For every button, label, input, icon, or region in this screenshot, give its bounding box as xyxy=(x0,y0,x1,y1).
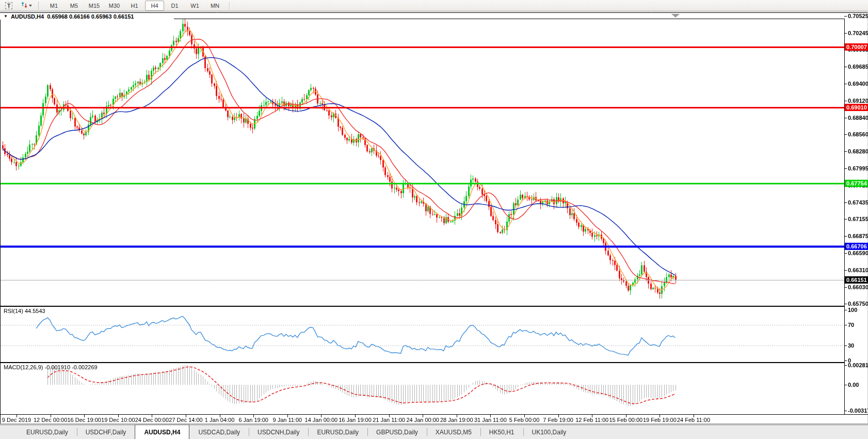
time-tick-label: 9 Jan 11:00 xyxy=(272,417,302,423)
time-tick-label: 1 Jan 04:00 xyxy=(205,417,235,423)
time-tick-label: 5 Feb 00:00 xyxy=(509,417,540,423)
terminal-window: T M1M5M15M30H1H4D1W1MN ▼ AUDUSD,H4 0.659… xyxy=(0,0,868,439)
current-price-label: 0.66151 xyxy=(845,276,868,284)
price-tick-label: 0.67435 xyxy=(848,199,868,206)
time-tick-label: 16 Jan 19:00 xyxy=(339,417,372,423)
time-tick-label: 27 Dec 14:00 xyxy=(169,417,202,423)
chart-tab-gbpusd-daily[interactable]: GBPUSD,Daily xyxy=(367,425,427,439)
price-tick-label: 0.67995 xyxy=(848,165,868,172)
time-tick-label: 24 Jan 00:00 xyxy=(406,417,439,423)
time-tick-label: 19 Dec 10:00 xyxy=(101,417,135,423)
price-tick-label: 0.66310 xyxy=(848,266,868,274)
chart-tab-xauusd-m5[interactable]: XAUUSD,M5 xyxy=(427,425,480,439)
rsi-tick-label: 100 xyxy=(848,307,857,313)
macd-tick-label: 0.002817 xyxy=(848,362,868,368)
chart-title: AUDUSD,H4 0.65968 0.66166 0.65963 0.6615… xyxy=(11,13,134,20)
time-tick-label: 14 Jan 00:00 xyxy=(305,417,338,423)
price-tick-label: 0.68840 xyxy=(848,114,868,121)
time-tick-label: 24 Dec 00:00 xyxy=(135,417,169,423)
chart-tab-audusd-h4[interactable]: AUDUSD,H4 xyxy=(135,425,189,439)
time-tick-label: 15 Feb 00:00 xyxy=(609,417,642,423)
time-tick-label: 21 Jan 11:00 xyxy=(373,417,405,423)
level-price-label: 0.66706 xyxy=(845,243,868,250)
price-tick-label: 0.68280 xyxy=(848,148,868,155)
macd-tick-label: -0.003179 xyxy=(848,407,868,414)
time-tick-label: 16 Dec 19:00 xyxy=(67,417,101,423)
rsi-tick-label: 30 xyxy=(848,342,854,349)
price-tick-label: 0.67155 xyxy=(848,215,868,223)
chart-tab-bar: EURUSD,DailyUSDCHF,DailyAUDUSD,H4USDCAD,… xyxy=(0,425,868,439)
level-price-label: 0.69010 xyxy=(845,104,868,111)
chart-tab-hk50-h1[interactable]: HK50,H1 xyxy=(480,425,523,439)
chart-tab-usdcnh-daily[interactable]: USDCNH,Daily xyxy=(249,425,308,439)
chart-title-row: ▼ AUDUSD,H4 0.65968 0.66166 0.65963 0.66… xyxy=(0,13,174,20)
price-tick-label: 0.66030 xyxy=(848,284,868,291)
chart-surface[interactable] xyxy=(0,0,868,425)
time-tick-label: 31 Jan 11:00 xyxy=(474,417,507,423)
price-tick-label: 0.70245 xyxy=(848,29,868,37)
chart-tab-usdcad-daily[interactable]: USDCAD,Daily xyxy=(189,425,249,439)
time-tick-label: 12 Feb 11:00 xyxy=(575,417,608,423)
time-tick-label: 24 Feb 11:00 xyxy=(677,417,710,423)
price-tick-label: 0.66875 xyxy=(848,232,868,240)
macd-indicator-label: MACD(12,26,9) -0.001910 -0.002269 xyxy=(4,364,98,370)
rsi-indicator-label: RSI(14) 44.5543 xyxy=(4,308,45,314)
macd-tick-label: 0.00 xyxy=(848,382,859,388)
time-tick-label: 12 Dec 00:00 xyxy=(34,417,67,423)
chart-tab-usdchf-daily[interactable]: USDCHF,Daily xyxy=(77,425,135,439)
chart-tab-eurusd-daily[interactable]: EURUSD,Daily xyxy=(18,425,77,439)
time-tick-label: 28 Jan 19:00 xyxy=(440,417,473,423)
time-tick-label: 19 Feb 19:00 xyxy=(643,417,677,423)
rsi-tick-label: 70 xyxy=(848,322,854,328)
price-tick-label: 0.66590 xyxy=(848,249,868,257)
chart-tab-uk100-daily[interactable]: UK100,Daily xyxy=(523,425,575,439)
time-tick-label: 9 Dec 2019 xyxy=(2,417,31,423)
level-price-label: 0.67754 xyxy=(845,180,868,187)
price-tick-label: 0.69400 xyxy=(848,80,868,87)
price-tick-label: 0.68560 xyxy=(848,131,868,138)
collapse-chart-icon[interactable]: ▼ xyxy=(4,14,8,19)
price-tick-label: 0.69685 xyxy=(848,63,868,70)
price-tick-label: 0.70525 xyxy=(848,12,868,20)
chart-tab-eurusd-daily[interactable]: EURUSD,Daily xyxy=(308,425,367,439)
time-tick-label: 6 Jan 19:00 xyxy=(238,417,268,423)
level-price-label: 0.70007 xyxy=(845,43,868,51)
time-tick-label: 7 Feb 19:00 xyxy=(543,417,573,423)
